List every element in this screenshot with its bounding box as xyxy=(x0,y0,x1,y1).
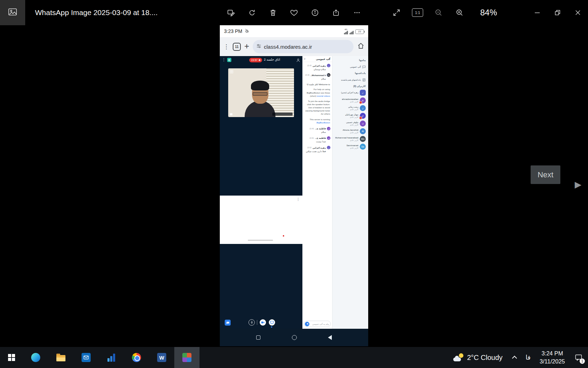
tab-counter: 11 xyxy=(233,43,241,51)
taskbar-time: 3:24 PM xyxy=(541,349,563,357)
phone-screenshot-photo[interactable]: 3:23 PM 4G 77 ⋮ 11 + xyxy=(220,25,368,346)
zoom-in-button[interactable] xyxy=(454,5,465,20)
close-button[interactable] xyxy=(568,0,588,25)
shared-notes-item: یادداشتهای همزمانشده xyxy=(335,76,366,84)
user-avatar: ز xyxy=(360,90,366,96)
laser-pointer-dot xyxy=(283,235,284,237)
user-avatar: Al xyxy=(360,128,366,134)
user-avatar: Sa xyxy=(360,144,366,150)
video-options-icon: ⋮ xyxy=(222,57,226,62)
chat-input-row xyxy=(304,321,331,327)
wifi-signal-icon xyxy=(350,31,354,34)
public-chat-panel: گپ عمومی ‹ ز زهره اعرابی 15:45 xyxy=(302,56,332,329)
chart-app-icon xyxy=(107,353,115,362)
user-avatar: ز xyxy=(360,105,366,111)
taskbar: W 2°C Cloudy فا 3:24 PM 3/11/2025 1 xyxy=(0,347,588,368)
glasses xyxy=(253,92,267,95)
minimize-button[interactable] xyxy=(527,0,547,25)
chrome-icon xyxy=(132,353,141,362)
chat-messages: ز زهره اعرابی 15:45 سلام دوستان Mo xyxy=(302,62,332,319)
user-list-item: a ahmadrezasafaei کاربر عادی xyxy=(335,96,366,104)
bigbluebutton-app: ⋮ 15:57 اتاق جلسه 2 xyxy=(220,56,368,329)
rotate-button[interactable] xyxy=(246,5,258,20)
participant-head xyxy=(252,82,268,104)
message-time: 15:49 xyxy=(309,128,314,130)
url-bar: class4.modares.ac.ir xyxy=(253,40,354,53)
taskbar-chrome-button[interactable] xyxy=(124,347,149,368)
windows-logo-icon xyxy=(8,354,15,361)
user-avatar: a xyxy=(360,97,366,103)
user-name: Saminsanati xyxy=(346,144,358,147)
taskbar-file-explorer-button[interactable] xyxy=(48,347,74,368)
restore-button[interactable] xyxy=(547,0,568,25)
zoom-level: 84% xyxy=(480,8,497,18)
file-explorer-icon xyxy=(56,355,65,361)
user-role: کاربر عادی xyxy=(346,124,358,126)
chat-message-list: ف فاطمه ح... 15:49 سلام ف فاطمه ح.. xyxy=(304,127,330,153)
site-settings-icon xyxy=(256,43,261,50)
taskbar-date: 3/11/2025 xyxy=(540,357,565,366)
user-role: کاربر عادی xyxy=(345,116,358,118)
next-image-button[interactable]: ▶ xyxy=(575,179,581,190)
avatar: ز xyxy=(327,146,330,149)
taskbar-clock[interactable]: 3:24 PM 3/11/2025 xyxy=(536,347,569,368)
bell-muted-icon xyxy=(245,28,249,34)
mail-icon xyxy=(82,353,91,362)
user-list-item: Al Alireza Jamshidi کاربر عادی xyxy=(335,127,366,135)
share-button[interactable] xyxy=(330,5,342,20)
actual-size-button[interactable]: 1:1 xyxy=(412,5,424,20)
taskbar-mail-button[interactable] xyxy=(74,347,99,368)
user-list-item: ز زهره اعرابی (مدیر) xyxy=(335,89,366,96)
users-section-header: کاربران (8) xyxy=(335,85,366,88)
toolbar-center-icons xyxy=(225,0,363,25)
messages-section-header: پیامها xyxy=(335,59,366,62)
chat-message: ف فاطمه ح... 15:50 صدا نیست xyxy=(304,136,330,143)
chevron-up-icon xyxy=(512,356,517,361)
avatar: ز xyxy=(327,64,330,67)
next-tooltip: Next xyxy=(531,165,560,184)
favorite-button[interactable] xyxy=(288,5,300,20)
weather-widget[interactable]: 2°C Cloudy xyxy=(448,347,508,368)
taskbar-word-button[interactable]: W xyxy=(149,347,174,368)
window-controls xyxy=(527,0,588,25)
chat-message: ف فاطمه ح... 15:49 سلام xyxy=(304,127,330,134)
sender-name: زهره اعرابی xyxy=(313,64,326,67)
language-indicator[interactable]: فا xyxy=(521,347,536,368)
welcome-message: Welcome to اتاق جلسه 2! For help on usin… xyxy=(304,83,330,124)
zoom-out-button[interactable] xyxy=(433,5,444,20)
photos-app-window: WhatsApp Image 2025-03-09 at 18.... xyxy=(0,0,588,368)
app-gallery-button[interactable] xyxy=(0,0,25,25)
avatar: ف xyxy=(327,136,330,140)
leave-session-icon xyxy=(296,57,300,64)
user-name: ahmadrezasafaei xyxy=(342,98,358,101)
user-list-item: ن نیلوفر حسینی کاربر عادی xyxy=(335,120,366,127)
talking-indicator-icon xyxy=(227,58,231,62)
fullscreen-button[interactable] xyxy=(391,5,402,20)
microphone-button xyxy=(248,319,255,326)
photos-app-icon xyxy=(182,353,191,362)
more-options-button[interactable] xyxy=(351,5,363,20)
room-title: اتاق جلسه 2 xyxy=(264,58,280,61)
sender-name: زهره اعرابی xyxy=(313,146,326,149)
message-text: فعلا دارن نصب میکنن xyxy=(304,150,326,153)
edit-image-button[interactable] xyxy=(225,5,237,20)
phone-time: 3:23 PM xyxy=(224,28,242,34)
delete-button[interactable] xyxy=(267,5,279,20)
taskbar-photos-button[interactable] xyxy=(174,347,200,368)
tray-overflow-button[interactable] xyxy=(508,347,521,368)
chat-message-list: ز زهره اعرابی 15:45 سلام دوستان Mo xyxy=(304,64,330,80)
start-button[interactable] xyxy=(0,347,23,368)
record-dot-icon xyxy=(259,59,260,61)
webcam-name-label xyxy=(272,113,293,116)
taskbar-chart-app-button[interactable] xyxy=(99,347,124,368)
weather-text: 2°C Cloudy xyxy=(467,354,502,362)
browser-bar: ⋮ 11 + class4.modares.ac.ir xyxy=(220,37,368,56)
user-list: ز زهره اعرابی (مدیر) a ahmadrezasafaei xyxy=(335,89,366,150)
info-button[interactable] xyxy=(309,5,321,20)
avatar: ف xyxy=(327,127,330,130)
chat-input xyxy=(310,322,330,326)
action-center-button[interactable]: 1 xyxy=(569,347,588,368)
taskbar-edge-button[interactable] xyxy=(23,347,48,368)
user-role: کاربر عادی xyxy=(346,147,358,149)
whiteboard-options-icon: ⋮ xyxy=(296,197,300,201)
